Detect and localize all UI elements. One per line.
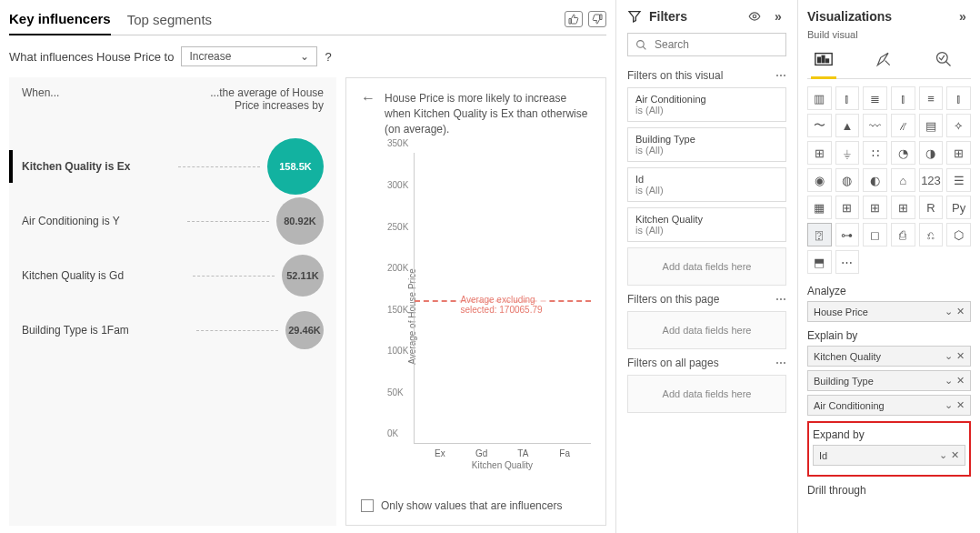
viz-type-icon[interactable]: ⊞ xyxy=(863,196,887,219)
influencer-row[interactable]: Kitchen Quality is Gd52.11K xyxy=(22,248,324,303)
viz-type-icon[interactable]: ⌂ xyxy=(891,168,915,192)
viz-type-icon[interactable]: ⫿ xyxy=(946,86,971,110)
chevron-down-icon[interactable]: ⌄ xyxy=(945,306,953,317)
filter-search-input[interactable]: Search xyxy=(627,33,786,56)
question-suffix: ? xyxy=(325,50,331,64)
eye-icon[interactable] xyxy=(746,10,763,23)
viz-type-icon[interactable]: ◑ xyxy=(919,141,944,165)
tab-top-segments[interactable]: Top segments xyxy=(127,8,212,35)
viz-type-icon[interactable]: 〰 xyxy=(863,114,887,137)
viz-type-icon[interactable]: 123 xyxy=(919,168,944,192)
influencer-value-bubble: 52.11K xyxy=(282,255,324,297)
back-arrow-icon[interactable]: ← xyxy=(361,91,375,106)
field-well[interactable]: Air Conditioning⌄✕ xyxy=(807,395,971,416)
build-visual-tab[interactable] xyxy=(807,45,840,73)
viz-type-icon[interactable]: R xyxy=(919,196,944,219)
viz-type-icon[interactable]: ◻ xyxy=(863,223,887,246)
influencer-label: Building Type is 1Fam xyxy=(22,324,196,337)
viz-type-icon[interactable]: ⎌ xyxy=(919,223,944,246)
more-icon[interactable]: ⋯ xyxy=(775,293,786,306)
expand-label: Expand by xyxy=(813,428,965,441)
viz-type-icon[interactable]: ≡ xyxy=(919,86,944,110)
tab-key-influencers[interactable]: Key influencers xyxy=(9,7,111,35)
svg-point-0 xyxy=(753,15,756,18)
more-icon[interactable]: ⋯ xyxy=(775,357,786,369)
filter-card[interactable]: Idis (All) xyxy=(627,167,786,202)
viz-type-icon[interactable]: ▤ xyxy=(919,114,944,137)
chart-description: House Price is more likely to increase w… xyxy=(385,91,591,136)
thumbs-down-button[interactable] xyxy=(588,11,606,27)
viz-type-icon[interactable]: ≣ xyxy=(863,86,887,110)
chevron-down-icon[interactable]: ⌄ xyxy=(945,350,953,362)
field-well[interactable]: Building Type⌄✕ xyxy=(807,370,971,391)
y-tick-label: 250K xyxy=(387,221,408,231)
viz-type-icon[interactable]: ⊞ xyxy=(946,141,971,165)
y-tick-label: 50K xyxy=(387,387,404,397)
viz-type-icon[interactable]: ⫽ xyxy=(891,114,915,137)
viz-type-icon[interactable]: ⬡ xyxy=(946,223,971,246)
remove-field-icon[interactable]: ✕ xyxy=(951,449,959,461)
viz-type-icon[interactable]: ◉ xyxy=(807,168,832,192)
viz-type-icon[interactable]: ⊞ xyxy=(891,196,915,219)
question-prefix: What influences House Price to xyxy=(9,50,174,64)
viz-type-icon[interactable]: ▦ xyxy=(807,196,832,219)
y-tick-label: 150K xyxy=(387,304,408,314)
viz-type-icon[interactable]: ▥ xyxy=(807,86,832,110)
remove-field-icon[interactable]: ✕ xyxy=(956,399,965,411)
y-tick-label: 300K xyxy=(387,179,408,189)
chevron-down-icon[interactable]: ⌄ xyxy=(945,375,953,387)
thumbs-up-button[interactable] xyxy=(565,11,583,27)
viz-type-icon[interactable]: ⫿ xyxy=(835,86,860,110)
viz-type-icon[interactable]: ⏚ xyxy=(835,141,860,165)
viz-type-icon[interactable]: ⍰ xyxy=(807,223,832,246)
remove-field-icon[interactable]: ✕ xyxy=(956,375,965,387)
format-visual-tab[interactable] xyxy=(867,45,900,73)
viz-type-icon[interactable]: ⊞ xyxy=(835,196,860,219)
collapse-filters-icon[interactable]: » xyxy=(770,9,786,24)
viz-type-icon[interactable]: ◍ xyxy=(835,168,860,192)
add-visual-filter[interactable]: Add data fields here xyxy=(627,247,786,286)
remove-field-icon[interactable]: ✕ xyxy=(956,306,965,317)
more-icon[interactable]: ⋯ xyxy=(775,69,786,82)
viz-type-icon[interactable]: ⊞ xyxy=(807,141,832,165)
influencer-label: Kitchen Quality is Gd xyxy=(22,269,193,282)
viz-type-icon[interactable]: ◔ xyxy=(891,141,915,165)
viz-type-icon[interactable]: ⎙ xyxy=(891,223,915,246)
collapse-viz-icon[interactable]: » xyxy=(955,9,971,24)
filter-card[interactable]: Building Typeis (All) xyxy=(627,127,786,162)
chevron-down-icon[interactable]: ⌄ xyxy=(945,399,953,411)
reference-line-label: Average excluding selected: 170065.79 xyxy=(459,295,547,315)
influencer-row[interactable]: Building Type is 1Fam29.46K xyxy=(22,303,324,357)
viz-type-icon[interactable]: ⋯ xyxy=(835,250,860,274)
viz-type-icon[interactable]: ☰ xyxy=(946,168,971,192)
field-well[interactable]: House Price⌄✕ xyxy=(807,301,971,322)
add-all-filter[interactable]: Add data fields here xyxy=(627,375,786,413)
when-header: When... xyxy=(22,86,59,112)
influencer-label: Kitchen Quality is Ex xyxy=(22,160,178,173)
viz-type-icon[interactable]: Py xyxy=(946,196,971,219)
explain-label: Explain by xyxy=(807,329,971,342)
filter-card[interactable]: Kitchen Qualityis (All) xyxy=(627,207,786,242)
viz-type-icon[interactable]: ⟡ xyxy=(946,114,971,137)
viz-type-icon[interactable]: ⊶ xyxy=(835,223,860,246)
viz-type-icon[interactable]: 〜 xyxy=(807,114,832,137)
viz-type-icon[interactable]: ∷ xyxy=(863,141,887,165)
add-page-filter[interactable]: Add data fields here xyxy=(627,311,786,349)
only-influencers-checkbox[interactable] xyxy=(361,499,374,512)
analyze-label: Analyze xyxy=(807,285,971,297)
field-well[interactable]: Id⌄✕ xyxy=(813,445,965,466)
viz-type-icon[interactable]: ⫿ xyxy=(891,86,915,110)
analytics-tab[interactable] xyxy=(927,45,960,73)
visualizations-pane: Visualizations » Build visual ▥⫿≣⫿≡⫿〜▲〰⫽… xyxy=(798,0,980,533)
viz-type-icon[interactable]: ▲ xyxy=(835,114,860,137)
direction-dropdown[interactable]: Increase ⌄ xyxy=(181,46,317,66)
viz-type-icon[interactable]: ◐ xyxy=(863,168,887,192)
search-icon xyxy=(635,39,647,51)
influencer-row[interactable]: Kitchen Quality is Ex158.5K xyxy=(22,139,324,194)
influencer-row[interactable]: Air Conditioning is Y80.92K xyxy=(22,194,324,248)
filter-card[interactable]: Air Conditioningis (All) xyxy=(627,87,786,122)
field-well[interactable]: Kitchen Quality⌄✕ xyxy=(807,346,971,367)
viz-type-icon[interactable]: ⬒ xyxy=(807,250,832,274)
remove-field-icon[interactable]: ✕ xyxy=(956,350,965,362)
chevron-down-icon[interactable]: ⌄ xyxy=(939,449,947,461)
